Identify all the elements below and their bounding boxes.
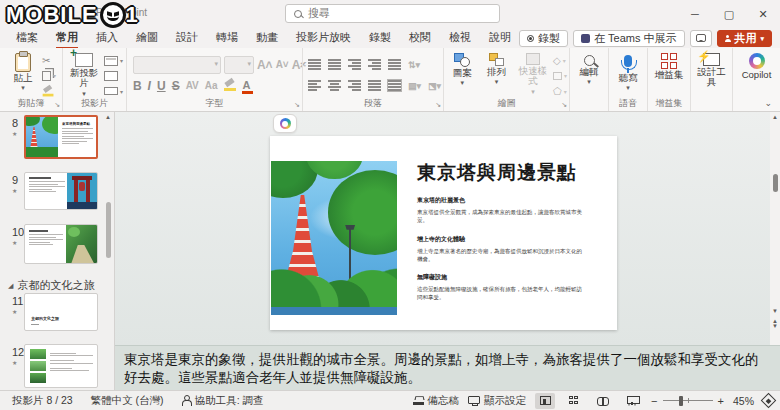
font-name-select[interactable] — [133, 56, 221, 74]
dialog-launcher-icon[interactable]: ↘ — [294, 101, 300, 109]
zoom-level[interactable]: 45% — [733, 395, 754, 407]
dialog-launcher-icon[interactable]: ↘ — [561, 101, 567, 109]
line-spacing-button[interactable] — [388, 59, 401, 70]
slideshow-button[interactable] — [622, 393, 642, 409]
shape-effects-button[interactable]: ⬠▾ — [553, 85, 567, 98]
shape-outline-button[interactable]: ▾ — [553, 69, 567, 82]
canvas-copilot-button[interactable] — [273, 114, 297, 133]
dialog-launcher-icon[interactable]: ↘ — [435, 101, 441, 109]
slide-10-thumbnail[interactable] — [24, 224, 98, 264]
normal-view-button[interactable] — [535, 393, 555, 409]
notes-pane[interactable]: 東京塔是東京的象徵，提供壯觀的城市全景。周邊的景點，如增上寺，為旅客提供了一個放… — [115, 345, 780, 390]
tab-view[interactable]: 檢視 — [441, 28, 479, 48]
zoom-slider[interactable] — [663, 400, 713, 402]
slide-12-thumbnail[interactable] — [24, 344, 98, 388]
justify-button[interactable] — [368, 80, 381, 91]
section-button[interactable]: ▾ — [104, 85, 123, 98]
addins-button[interactable]: 增益集 — [650, 51, 688, 98]
slide-position[interactable]: 投影片 8 / 23 — [12, 394, 73, 408]
tab-draw[interactable]: 繪圖 — [128, 28, 166, 48]
language-indicator[interactable]: 繁體中文 (台灣) — [91, 394, 164, 408]
search-input[interactable]: 搜尋 — [285, 4, 500, 23]
tab-home[interactable]: 常用 — [48, 28, 86, 48]
increase-indent-button[interactable] — [368, 59, 381, 70]
notes-toggle-button[interactable]: 備忘稿 — [413, 394, 460, 408]
reading-view-button[interactable] — [593, 393, 613, 409]
text-direction-button[interactable]: ⇅▾ — [408, 60, 420, 70]
previous-slide-button[interactable]: ▲▼ — [772, 319, 778, 329]
zoom-slider-thumb[interactable] — [679, 396, 683, 406]
change-case-button[interactable]: Aa — [205, 80, 218, 91]
slide-canvas[interactable]: 東京塔與周邊景點 東京塔的壯麗景色 東京塔提供全景觀賞，成為探索東京的最佳起點，… — [270, 136, 617, 330]
font-size-select[interactable] — [224, 56, 254, 74]
close-button[interactable]: ✕ — [746, 0, 780, 28]
tab-record[interactable]: 錄製 — [361, 28, 399, 48]
new-slide-button[interactable]: 新投影片 ▾ — [66, 51, 102, 98]
format-painter-button[interactable] — [42, 85, 56, 98]
slide-11-thumbnail[interactable]: 京都的文化之旅 — [24, 293, 98, 331]
panel-scrollbar[interactable]: ▲ — [104, 112, 113, 390]
align-center-button[interactable] — [328, 80, 341, 91]
present-in-teams-button[interactable]: 在 Teams 中展示 — [573, 30, 685, 47]
align-right-button[interactable] — [348, 80, 361, 91]
distribute-button[interactable] — [388, 80, 401, 91]
section-header[interactable]: ◢ 京都的文化之旅 — [8, 278, 94, 293]
dialog-launcher-icon[interactable]: ↘ — [54, 101, 60, 109]
bullets-button[interactable] — [308, 59, 321, 70]
slide-8-thumbnail[interactable]: 東京塔與周邊景點 — [24, 115, 98, 159]
tab-help[interactable]: 說明 — [481, 28, 519, 48]
highlight-color-button[interactable] — [224, 80, 237, 91]
italic-button[interactable]: I — [148, 79, 151, 93]
collapse-ribbon-button[interactable]: ⌄ — [764, 98, 772, 108]
slide-sorter-view-button[interactable] — [564, 393, 584, 409]
section-collapse-icon[interactable]: ◢ — [8, 282, 13, 290]
dictate-button[interactable]: 聽寫 ▾ — [611, 51, 645, 98]
layout-button[interactable]: ▾ — [104, 54, 123, 67]
comments-button[interactable] — [690, 30, 712, 47]
tokyo-tower-image[interactable] — [271, 161, 397, 315]
shape-fill-button[interactable]: ◇▾ — [553, 54, 567, 67]
arrange-button[interactable]: 排列 ▾ — [480, 51, 512, 98]
shapes-button[interactable]: 圖案 ▾ — [446, 51, 478, 98]
slide-body-text[interactable]: 東京塔的壯麗景色 東京塔提供全景觀賞，成為探索東京的最佳起點，讓遊客欣賞城市美景… — [417, 196, 587, 312]
accessibility-checker[interactable]: 協助工具: 調查 — [182, 394, 264, 408]
increase-font-button[interactable]: A˄ — [257, 58, 273, 72]
notes-text[interactable]: 東京塔是東京的象徵，提供壯觀的城市全景。周邊的景點，如增上寺，為旅客提供了一個放… — [124, 351, 770, 387]
tab-slideshow[interactable]: 投影片放映 — [288, 28, 359, 48]
paste-button[interactable]: 貼上 ▾ — [6, 51, 40, 98]
designer-button[interactable]: 設計工具 — [693, 51, 730, 98]
tab-transitions[interactable]: 轉場 — [208, 28, 246, 48]
copilot-button[interactable]: Copilot — [735, 51, 778, 98]
quick-styles-button[interactable]: 快速樣式 ▾ — [515, 51, 551, 98]
scrollbar-thumb[interactable] — [773, 174, 778, 192]
tab-insert[interactable]: 插入 — [88, 28, 126, 48]
bold-button[interactable]: B — [133, 79, 142, 93]
underline-button[interactable]: U — [157, 79, 166, 93]
numbering-button[interactable] — [328, 59, 341, 70]
font-color-button[interactable]: A — [243, 80, 251, 91]
cut-button[interactable]: ✂ — [42, 54, 56, 67]
tab-animations[interactable]: 動畫 — [248, 28, 286, 48]
scroll-up-icon[interactable]: ▲ — [105, 114, 111, 120]
minimize-button[interactable]: ─ — [678, 0, 712, 28]
char-spacing-button[interactable]: AV — [186, 80, 199, 91]
reset-slide-button[interactable] — [104, 69, 123, 82]
scrollbar-thumb[interactable] — [106, 202, 111, 258]
copy-button[interactable]: ▾ — [42, 69, 56, 82]
decrease-font-button[interactable]: A˅ — [276, 59, 289, 70]
slide-9-thumbnail[interactable] — [24, 172, 98, 210]
editing-button[interactable]: 編輯 ▾ — [572, 51, 606, 98]
tab-file[interactable]: 檔案 — [8, 28, 46, 48]
tab-design[interactable]: 設計 — [168, 28, 206, 48]
strikethrough-button[interactable]: S — [172, 79, 180, 93]
display-settings-button[interactable]: 顯示設定 — [468, 394, 526, 408]
main-scrollbar[interactable]: ▲ ▼ ▲▼ — [770, 112, 780, 345]
share-button[interactable]: 共用 ▾ — [717, 30, 773, 47]
zoom-out-button[interactable]: − — [651, 395, 657, 407]
align-left-button[interactable] — [308, 80, 321, 91]
smartart-button[interactable]: ⬔▾ — [428, 81, 441, 91]
maximize-button[interactable]: ▢ — [712, 0, 746, 28]
record-button[interactable]: 錄製 — [519, 30, 568, 47]
scroll-up-icon[interactable]: ▲ — [772, 114, 778, 120]
zoom-in-button[interactable]: + — [718, 395, 724, 407]
